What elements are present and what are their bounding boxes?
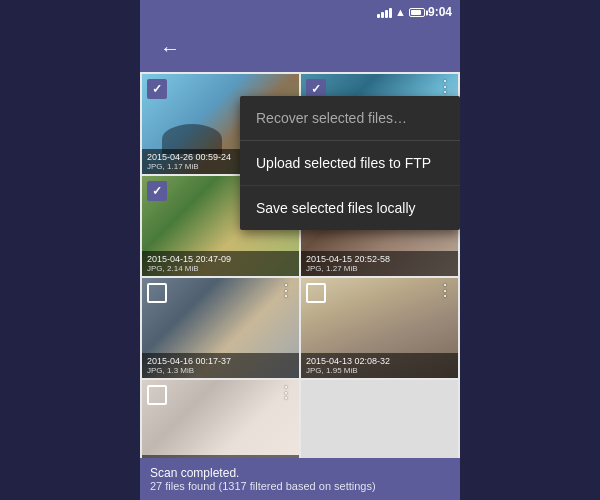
photo-info-7: 2015-04-04 22:17-11 JPG, 1.15 MiB xyxy=(142,455,299,458)
photo-size-3: JPG, 2.14 MiB xyxy=(147,264,294,273)
scan-status-line1: Scan completed. xyxy=(150,466,450,480)
photo-item-6[interactable]: ⋮ 2015-04-13 02:08-32 JPG, 1.95 MiB xyxy=(301,278,458,378)
back-button[interactable]: ← xyxy=(152,33,188,64)
status-icons: ▲ 9:04 xyxy=(377,3,452,21)
save-locally-item[interactable]: Save selected files locally xyxy=(240,186,460,230)
upload-ftp-item[interactable]: Upload selected files to FTP xyxy=(240,141,460,186)
photo-item-5[interactable]: ⋮ 2015-04-16 00:17-37 JPG, 1.3 MiB xyxy=(142,278,299,378)
photo-date-6: 2015-04-13 02:08-32 xyxy=(306,356,453,366)
scan-status-line2: 27 files found (1317 filtered based on s… xyxy=(150,480,450,492)
photo-size-4: JPG, 1.27 MiB xyxy=(306,264,453,273)
bottom-status-bar: Scan completed. 27 files found (1317 fil… xyxy=(140,458,460,500)
status-bar: ▲ 9:04 xyxy=(140,0,460,24)
photo-checkbox-3[interactable] xyxy=(147,181,167,201)
signal-icon xyxy=(377,6,392,18)
signal-bar-1 xyxy=(377,14,380,18)
content-area: 2015-04-26 00:59-24 JPG, 1.17 MiB ⋮ 2015… xyxy=(140,72,460,458)
photo-item-8-empty xyxy=(301,380,458,458)
photo-checkbox-7[interactable] xyxy=(147,385,167,405)
photo-menu-7[interactable]: ⋮ xyxy=(278,385,294,401)
dropdown-header: Recover selected files… xyxy=(240,96,460,141)
photo-item-7[interactable]: ⋮ 2015-04-04 22:17-11 JPG, 1.15 MiB xyxy=(142,380,299,458)
wifi-icon: ▲ xyxy=(395,6,406,18)
signal-bar-4 xyxy=(389,8,392,18)
phone-frame: ▲ 9:04 ← xyxy=(140,0,460,500)
photo-menu-5[interactable]: ⋮ xyxy=(278,283,294,299)
photo-menu-6[interactable]: ⋮ xyxy=(437,283,453,299)
toolbar: ← xyxy=(140,24,460,72)
photo-menu-2[interactable]: ⋮ xyxy=(437,79,453,95)
photo-date-5: 2015-04-16 00:17-37 xyxy=(147,356,294,366)
dropdown-menu: Recover selected files… Upload selected … xyxy=(240,96,460,230)
photo-checkbox-6[interactable] xyxy=(306,283,326,303)
photo-info-4: 2015-04-15 20:52-58 JPG, 1.27 MiB xyxy=(301,251,458,276)
photo-date-3: 2015-04-15 20:47-09 xyxy=(147,254,294,264)
photo-size-6: JPG, 1.95 MiB xyxy=(306,366,453,375)
photo-info-3: 2015-04-15 20:47-09 JPG, 2.14 MiB xyxy=(142,251,299,276)
battery-icon xyxy=(409,3,425,21)
page-background: ▲ 9:04 ← xyxy=(0,0,600,500)
photo-info-6: 2015-04-13 02:08-32 JPG, 1.95 MiB xyxy=(301,353,458,378)
photo-size-5: JPG, 1.3 MiB xyxy=(147,366,294,375)
photo-checkbox-5[interactable] xyxy=(147,283,167,303)
photo-info-5: 2015-04-16 00:17-37 JPG, 1.3 MiB xyxy=(142,353,299,378)
photo-date-4: 2015-04-15 20:52-58 xyxy=(306,254,453,264)
status-time: 9:04 xyxy=(428,5,452,19)
photo-checkbox-1[interactable] xyxy=(147,79,167,99)
signal-bar-3 xyxy=(385,10,388,18)
signal-bar-2 xyxy=(381,12,384,18)
